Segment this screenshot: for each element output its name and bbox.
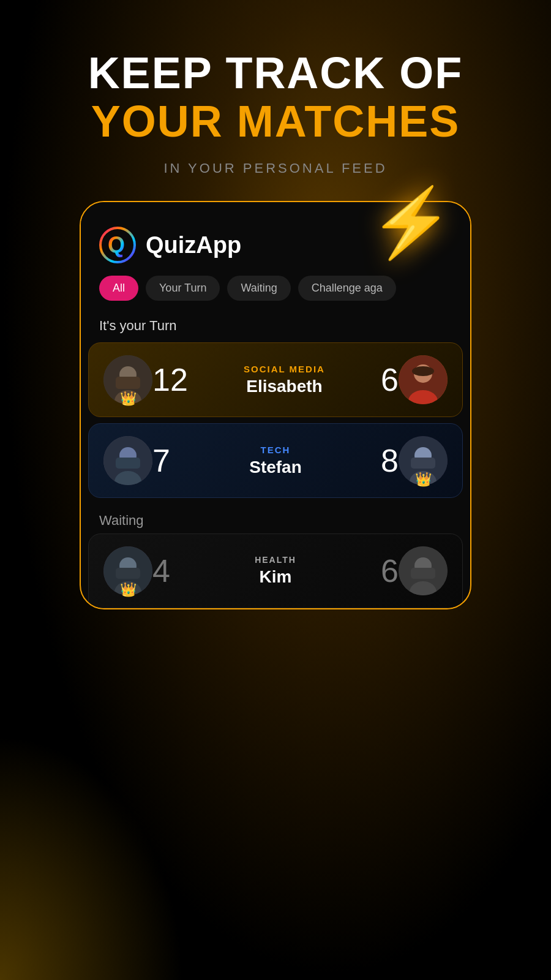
tab-all[interactable]: All — [99, 276, 138, 301]
match-category-waiting-0: HEALTH — [176, 555, 375, 565]
phone-container: ⚡ Q Qui — [80, 201, 471, 609]
svg-rect-25 — [411, 568, 435, 579]
match-center-0: SOCIAL MEDIA Elisabeth — [188, 364, 381, 396]
main-content: KEEP TRACK OF YOUR MATCHES IN YOUR PERSO… — [0, 0, 551, 980]
their-avatar-0 — [399, 355, 448, 404]
match-card-waiting-0[interactable]: 👑 4 HEALTH Kim 6 — [88, 533, 463, 608]
waiting-section-label: Waiting — [99, 513, 452, 529]
subtitle: IN YOUR PERSONAL FEED — [0, 160, 551, 176]
title-line2: YOUR MATCHES — [0, 97, 551, 146]
match-center-1: TECH Stefan — [170, 445, 381, 477]
my-crown-0: 👑 — [120, 391, 137, 407]
match-category-1: TECH — [176, 445, 375, 455]
svg-rect-17 — [411, 458, 435, 469]
app-name-label: QuizApp — [146, 232, 241, 258]
match-opponent-0: Elisabeth — [194, 377, 375, 396]
lightning-icon: ⚡ — [369, 189, 453, 256]
svg-rect-13 — [116, 458, 140, 469]
their-score-1: 8 — [381, 442, 399, 479]
tab-waiting[interactable]: Waiting — [227, 276, 290, 301]
match-card-0[interactable]: 👑 12 SOCIAL MEDIA Elisabeth 6 — [88, 342, 463, 417]
my-score-1: 7 — [152, 442, 170, 479]
match-opponent-1: Stefan — [176, 458, 375, 477]
their-crown-1: 👑 — [415, 472, 432, 488]
tab-your-turn[interactable]: Your Turn — [146, 276, 220, 301]
svg-rect-5 — [116, 377, 140, 389]
my-avatar-waiting-0: 👑 — [103, 546, 152, 595]
their-avatar-img-waiting-0 — [399, 546, 448, 595]
my-score-0: 12 — [152, 361, 188, 398]
their-avatar-img-0 — [399, 355, 448, 404]
title-line1: KEEP TRACK OF — [0, 49, 551, 97]
waiting-section: Waiting — [81, 504, 470, 533]
filter-tabs: All Your Turn Waiting Challenge aga — [81, 276, 470, 313]
my-avatar-img-1 — [103, 436, 152, 485]
my-score-waiting-0: 4 — [152, 552, 170, 589]
tab-challenge[interactable]: Challenge aga — [298, 276, 396, 301]
svg-text:Q: Q — [108, 232, 125, 257]
their-avatar-1: 👑 — [399, 436, 448, 485]
their-avatar-waiting-0 — [399, 546, 448, 595]
my-crown-waiting-0: 👑 — [120, 582, 137, 598]
match-card-1[interactable]: 7 TECH Stefan 8 — [88, 423, 463, 498]
match-category-0: SOCIAL MEDIA — [194, 364, 375, 374]
their-score-waiting-0: 6 — [381, 552, 399, 589]
match-opponent-waiting-0: Kim — [176, 567, 375, 587]
match-center-waiting-0: HEALTH Kim — [170, 555, 381, 587]
svg-rect-21 — [116, 568, 140, 579]
your-turn-section-label: It's your Turn — [81, 313, 470, 342]
my-avatar-1 — [103, 436, 152, 485]
app-logo-icon: Q — [99, 227, 136, 263]
phone-mockup: Q QuizApp All Your Turn Waiting Challeng… — [80, 201, 471, 609]
header-section: KEEP TRACK OF YOUR MATCHES IN YOUR PERSO… — [0, 0, 551, 176]
svg-point-9 — [412, 366, 434, 376]
my-avatar-0: 👑 — [103, 355, 152, 404]
their-score-0: 6 — [381, 361, 399, 398]
